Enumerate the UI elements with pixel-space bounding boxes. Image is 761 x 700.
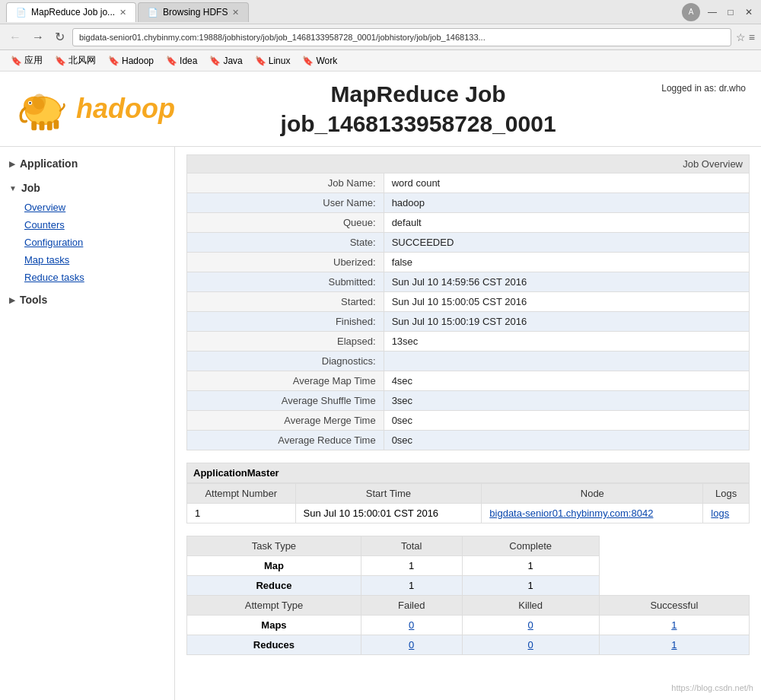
content-area: Job Overview Job Name: word count User N…: [175, 147, 761, 700]
sidebar-item-counters[interactable]: Counters: [15, 216, 174, 234]
value-jobname: word count: [384, 173, 749, 193]
sidebar-tools-header[interactable]: ▶ Tools: [0, 289, 174, 310]
row-uberized: Uberized: false: [187, 253, 750, 272]
row-finished: Finished: Sun Jul 10 15:00:19 CST 2016: [187, 312, 750, 332]
sidebar-item-configuration[interactable]: Configuration: [15, 234, 174, 251]
overview-title: Job Overview: [187, 155, 750, 173]
menu-icon[interactable]: ≡: [749, 31, 755, 43]
row-jobname: Job Name: word count: [187, 173, 750, 193]
appmaster-section: ApplicationMaster Attempt Number Start T…: [186, 463, 750, 523]
task-map-type: Map: [187, 556, 361, 576]
bookmark-apps[interactable]: 🔖 应用: [6, 52, 47, 68]
row-started: Started: Sun Jul 10 15:00:05 CST 2016: [187, 292, 750, 312]
browser-avatar: A: [682, 3, 700, 21]
bookmark-idea[interactable]: 🔖 Idea: [161, 54, 202, 68]
page-body: ▶ Application ▼ Job Overview Counters Co…: [0, 147, 761, 700]
appmaster-col-attempt: Attempt Number: [187, 484, 296, 504]
label-diagnostics: Diagnostics:: [187, 352, 384, 371]
sidebar-job-header[interactable]: ▼ Job: [0, 177, 174, 199]
tab-mapreducejob[interactable]: 📄 MapReduce Job jo... ✕: [6, 2, 136, 22]
tab-hdfs[interactable]: 📄 Browsing HDFS ✕: [138, 2, 249, 22]
job-triangle-icon: ▼: [9, 184, 17, 192]
sidebar-item-overview[interactable]: Overview: [15, 199, 174, 216]
label-started: Started:: [187, 292, 384, 312]
row-avgreducetime: Average Reduce Time 0sec: [187, 431, 750, 450]
task-map-complete: 1: [462, 556, 599, 576]
minimize-button[interactable]: —: [706, 6, 718, 18]
appmaster-node: bigdata-senior01.chybinmy.com:8042: [482, 504, 703, 523]
close-button[interactable]: ✕: [743, 6, 755, 18]
attempt-reduces-successful: 1: [599, 635, 749, 655]
bookmark-work[interactable]: 🔖 Work: [298, 54, 342, 68]
reduces-successful-link[interactable]: 1: [671, 639, 677, 651]
reduces-killed-link[interactable]: 0: [528, 639, 533, 651]
appmaster-table: Attempt Number Start Time Node Logs 1 Su…: [186, 483, 750, 523]
label-elapsed: Elapsed:: [187, 332, 384, 352]
row-avgshuffletime: Average Shuffle Time 3sec: [187, 391, 750, 411]
forward-button[interactable]: →: [29, 29, 47, 46]
bookmark-hadoop-icon: 🔖: [108, 56, 119, 66]
tab-label-hdfs: Browsing HDFS: [163, 7, 228, 18]
sidebar-section-job: ▼ Job Overview Counters Configuration Ma…: [0, 177, 174, 286]
watermark: https://blog.csdn.net/h: [671, 683, 753, 692]
bookmark-java[interactable]: 🔖 Java: [205, 54, 247, 68]
value-avgreducetime: 0sec: [384, 431, 749, 450]
task-reduce-total: 1: [361, 576, 462, 596]
bookmark-linux[interactable]: 🔖 Linux: [250, 54, 295, 68]
tab-close-mapreducejob[interactable]: ✕: [119, 8, 126, 18]
task-col-attempttype: Attempt Type: [187, 596, 361, 616]
value-queue: default: [384, 213, 749, 233]
sidebar-item-maptasks[interactable]: Map tasks: [15, 251, 174, 269]
maps-successful-link[interactable]: 1: [671, 619, 677, 631]
tab-close-hdfs[interactable]: ✕: [232, 8, 239, 18]
appmaster-logs-link[interactable]: logs: [711, 508, 729, 519]
label-avgmaptime: Average Map Time: [187, 371, 384, 391]
maps-failed-link[interactable]: 0: [409, 619, 414, 631]
bookmark-hadoop[interactable]: 🔖 Hadoop: [103, 54, 158, 68]
sidebar-item-reducetasks[interactable]: Reduce tasks: [15, 269, 174, 286]
row-diagnostics: Diagnostics:: [187, 352, 750, 371]
login-info: Logged in as: dr.who: [661, 79, 746, 94]
attempt-maps-type: Maps: [187, 616, 361, 635]
task-header-row1: Task Type Total Complete: [187, 536, 750, 556]
task-header-row2: Attempt Type Failed Killed Successful: [187, 596, 750, 616]
sidebar-application-header[interactable]: ▶ Application: [0, 153, 174, 174]
bookmark-idea-icon: 🔖: [166, 56, 177, 66]
maps-killed-link[interactable]: 0: [528, 619, 533, 631]
browser-titlebar: 📄 MapReduce Job jo... ✕ 📄 Browsing HDFS …: [0, 0, 761, 24]
row-avgmergetime: Average Merge Time 0sec: [187, 411, 750, 431]
main-content: hadoop MapReduce Job job_1468133958728_0…: [0, 72, 761, 700]
row-queue: Queue: default: [187, 213, 750, 233]
sidebar-job-label: Job: [21, 182, 40, 194]
reduces-failed-link[interactable]: 0: [409, 639, 414, 651]
sidebar-section-application: ▶ Application: [0, 153, 174, 174]
attempt-maps-successful: 1: [599, 616, 749, 635]
label-username: User Name:: [187, 193, 384, 213]
appmaster-node-link[interactable]: bigdata-senior01.chybinmy.com:8042: [489, 508, 653, 519]
appmaster-title: ApplicationMaster: [186, 463, 750, 483]
reload-button[interactable]: ↻: [52, 28, 68, 46]
task-row-maps: Maps 0 0 1: [187, 616, 750, 635]
value-diagnostics: [384, 352, 749, 371]
sidebar-tools-label: Tools: [20, 294, 47, 306]
appmaster-starttime: Sun Jul 10 15:00:01 CST 2016: [295, 504, 482, 523]
bookmark-beifengwang-icon: 🔖: [55, 56, 66, 66]
maximize-button[interactable]: □: [724, 6, 737, 18]
svg-rect-6: [31, 121, 37, 130]
row-avgmaptime: Average Map Time 4sec: [187, 371, 750, 391]
label-queue: Queue:: [187, 213, 384, 233]
appmaster-col-starttime: Start Time: [295, 484, 482, 504]
bookmark-beifengwang[interactable]: 🔖 北风网: [50, 52, 100, 68]
tab-icon-mapreducejob: 📄: [16, 8, 27, 18]
svg-rect-8: [47, 121, 53, 130]
appmaster-col-logs: Logs: [703, 484, 750, 504]
label-submitted: Submitted:: [187, 272, 384, 292]
task-col-successful: Successful: [599, 596, 749, 616]
row-state: State: SUCCEEDED: [187, 233, 750, 253]
svg-rect-9: [53, 120, 59, 129]
back-button[interactable]: ←: [6, 29, 24, 46]
bookmark-apps-icon: 🔖: [11, 56, 22, 66]
address-input[interactable]: [72, 28, 731, 46]
bookmark-star-icon[interactable]: ☆: [736, 31, 746, 43]
attempt-reduces-failed: 0: [361, 635, 462, 655]
